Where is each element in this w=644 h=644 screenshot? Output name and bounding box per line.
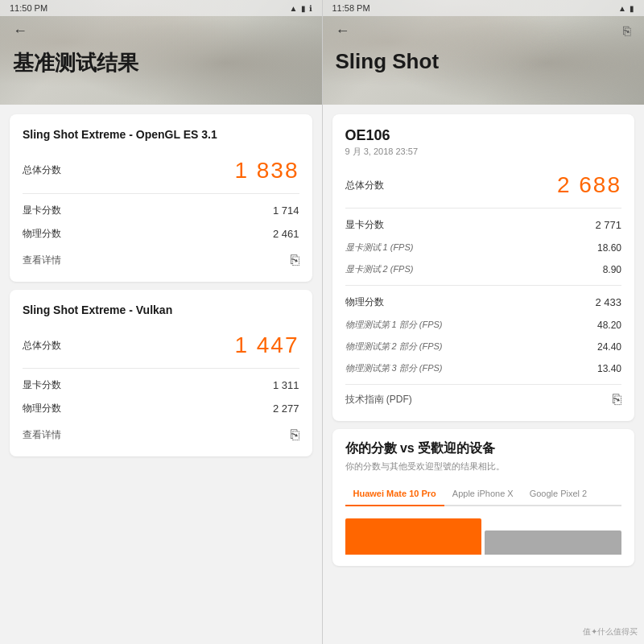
vulkan-card-footer: 查看详情 ⎘ (23, 427, 299, 444)
result-phys1-score: 48.20 (597, 320, 621, 331)
right-battery-icon: ▮ (630, 4, 634, 13)
result-gpu-score: 2 771 (595, 219, 621, 231)
left-status-bar: 11:50 PM ▲ ▮ ℹ (0, 0, 322, 16)
vulkan-gpu-row: 显卡分数 1 311 (23, 374, 299, 397)
vulkan-gpu-score: 1 311 (273, 379, 299, 391)
opengl-physics-row: 物理分数 2 461 (23, 222, 299, 246)
opengl-divider-1 (23, 193, 299, 194)
vulkan-physics-score: 2 277 (273, 402, 299, 415)
comparison-subtitle: 你的分数与其他受欢迎型號的结果相比。 (345, 460, 622, 473)
result-total-score: 2 688 (557, 172, 621, 198)
comparison-section: 你的分數 vs 受歡迎的设备 你的分数与其他受欢迎型號的结果相比。 Huawei… (332, 429, 635, 566)
result-share-icon[interactable]: ⎘ (613, 391, 621, 408)
comparison-tabs-row: Huawei Mate 10 Pro Apple iPhone X Google… (345, 482, 622, 506)
tech-guide-link[interactable]: 技术指南 (PDF) (345, 393, 412, 407)
right-header-share-icon[interactable]: ⎘ (623, 24, 631, 39)
result-card: OE106 9 月 3, 2018 23:57 总体分数 2 688 显卡分数 … (332, 114, 635, 421)
opengl-details-link[interactable]: 查看详情 (23, 254, 61, 267)
result-date: 9 月 3, 2018 23:57 (345, 146, 622, 158)
bar-2 (485, 530, 621, 555)
bar-1 (345, 518, 482, 555)
vulkan-total-score: 1 447 (234, 332, 299, 358)
result-total-row: 总体分数 2 688 (345, 167, 622, 203)
vulkan-divider-1 (23, 368, 299, 369)
result-physics-row: 物理分数 2 433 (345, 291, 622, 314)
left-panel: 11:50 PM ▲ ▮ ℹ ← 基准测试结果 Sling Shot Extre… (0, 0, 323, 644)
result-phys2-label: 物理测试第 2 部分 (FPS) (345, 341, 443, 353)
vulkan-card: Sling Shot Extreme - Vulkan 总体分数 1 447 显… (10, 290, 312, 457)
vulkan-gpu-label: 显卡分数 (23, 378, 61, 392)
comparison-bar-chart (345, 506, 622, 555)
opengl-physics-label: 物理分数 (23, 227, 61, 241)
left-header-bg: 11:50 PM ▲ ▮ ℹ ← 基准测试结果 (0, 0, 322, 105)
right-page-title: Sling Shot (323, 46, 645, 84)
result-device-name: OE106 (345, 127, 622, 144)
tab-google-pixel[interactable]: Google Pixel 2 (522, 482, 596, 506)
opengl-card-footer: 查看详情 ⎘ (23, 252, 299, 269)
result-divider-3 (345, 384, 622, 385)
result-card-footer: 技术指南 (PDF) ⎘ (345, 391, 622, 408)
tab-huawei[interactable]: Huawei Mate 10 Pro (345, 482, 444, 506)
opengl-card: Sling Shot Extreme - OpenGL ES 3.1 总体分数 … (10, 114, 312, 282)
opengl-gpu-label: 显卡分数 (23, 204, 61, 217)
left-back-button[interactable]: ← (13, 23, 27, 39)
wifi-icon: ▲ (290, 4, 298, 13)
opengl-gpu-score: 1 714 (273, 204, 299, 217)
result-total-label: 总体分数 (345, 179, 384, 192)
result-gpu2-score: 8.90 (603, 264, 621, 275)
result-gpu-label: 显卡分数 (345, 218, 384, 232)
right-wifi-icon: ▲ (618, 4, 626, 13)
result-gpu2-row: 显卡测试 2 (FPS) 8.90 (345, 258, 622, 280)
right-status-icons: ▲ ▮ (618, 4, 634, 13)
vulkan-total-row: 总体分数 1 447 (23, 328, 299, 363)
result-divider-2 (345, 285, 622, 286)
result-phys3-label: 物理测试第 3 部分 (FPS) (345, 362, 443, 374)
opengl-total-row: 总体分数 1 838 (23, 153, 299, 188)
result-phys2-row: 物理测试第 2 部分 (FPS) 24.40 (345, 336, 622, 357)
result-phys1-label: 物理测试第 1 部分 (FPS) (345, 319, 443, 331)
result-gpu-row: 显卡分数 2 771 (345, 213, 622, 237)
opengl-card-title: Sling Shot Extreme - OpenGL ES 3.1 (23, 127, 299, 143)
right-content-area: OE106 9 月 3, 2018 23:57 总体分数 2 688 显卡分数 … (323, 105, 645, 644)
left-page-title: 基准测试结果 (0, 46, 322, 87)
right-status-bar: 11:58 PM ▲ ▮ (323, 0, 645, 16)
right-nav-bar: ← ⎘ (323, 16, 645, 46)
right-back-button[interactable]: ← (336, 23, 350, 39)
battery-icon: ▮ (301, 4, 306, 13)
opengl-total-score: 1 838 (234, 158, 299, 184)
left-time: 11:50 PM (10, 3, 47, 13)
opengl-share-icon[interactable]: ⎘ (291, 252, 299, 269)
vulkan-total-label: 总体分数 (23, 339, 61, 353)
vulkan-physics-label: 物理分数 (23, 402, 61, 415)
right-header-bg: 11:58 PM ▲ ▮ ← ⎘ Sling Shot (323, 0, 645, 105)
result-divider-1 (345, 208, 622, 208)
left-nav-bar: ← (0, 16, 322, 46)
vulkan-share-icon[interactable]: ⎘ (291, 427, 299, 444)
result-physics-score: 2 433 (595, 296, 621, 308)
result-phys1-row: 物理测试第 1 部分 (FPS) 48.20 (345, 314, 622, 336)
vulkan-physics-row: 物理分数 2 277 (23, 397, 299, 420)
result-gpu1-label: 显卡测试 1 (FPS) (345, 242, 414, 254)
result-phys2-score: 24.40 (597, 341, 621, 353)
bar-group-2 (485, 530, 621, 555)
result-gpu1-score: 18.60 (597, 242, 621, 254)
vulkan-details-link[interactable]: 查看详情 (23, 428, 61, 442)
result-gpu1-row: 显卡测试 1 (FPS) 18.60 (345, 237, 622, 258)
result-physics-label: 物理分数 (345, 295, 384, 309)
bar-group-1 (345, 518, 482, 555)
comparison-title: 你的分數 vs 受歡迎的设备 (345, 440, 622, 457)
vulkan-card-title: Sling Shot Extreme - Vulkan (23, 303, 299, 319)
left-content-area: Sling Shot Extreme - OpenGL ES 3.1 总体分数 … (0, 105, 322, 644)
opengl-gpu-row: 显卡分数 1 714 (23, 199, 299, 222)
left-status-icons: ▲ ▮ ℹ (290, 4, 312, 13)
right-panel: 11:58 PM ▲ ▮ ← ⎘ Sling Shot OE106 9 月 3,… (323, 0, 645, 644)
opengl-total-label: 总体分数 (23, 163, 61, 177)
right-time: 11:58 PM (332, 3, 370, 13)
tab-apple-iphone[interactable]: Apple iPhone X (444, 482, 522, 506)
info-icon: ℹ (309, 4, 312, 13)
watermark: 值✦什么值得买 (583, 626, 638, 638)
opengl-physics-score: 2 461 (273, 228, 299, 240)
result-gpu2-label: 显卡测试 2 (FPS) (345, 263, 414, 275)
result-phys3-score: 13.40 (597, 363, 621, 374)
result-phys3-row: 物理测试第 3 部分 (FPS) 13.40 (345, 357, 622, 379)
